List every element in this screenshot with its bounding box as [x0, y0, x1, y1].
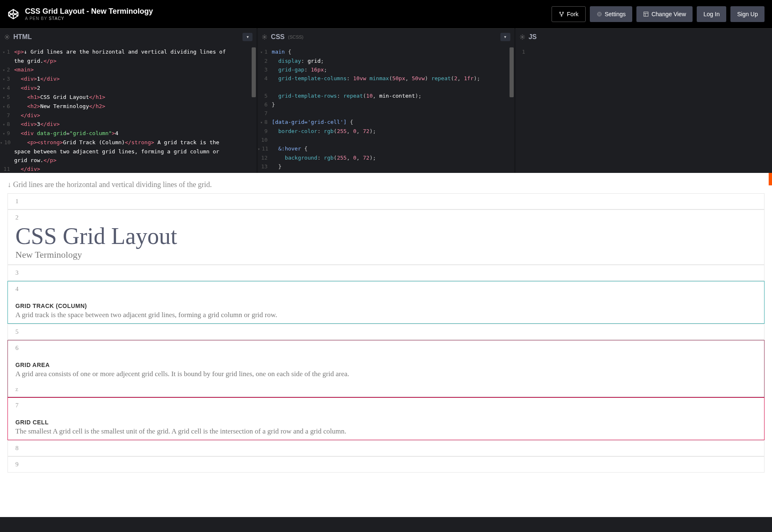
code-content[interactable] — [530, 47, 772, 56]
code-line[interactable]: 13 } — [257, 162, 514, 171]
scrollbar-thumb[interactable] — [510, 47, 514, 97]
code-content[interactable]: } — [272, 162, 514, 171]
code-line[interactable]: ▾6 <h2>New Terminology</h2> — [0, 102, 257, 111]
gutter: ▾6 — [0, 102, 14, 111]
code-content[interactable]: <p>↓ Grid lines are the horizontal and v… — [14, 47, 257, 57]
code-line[interactable]: ▾4 <div>2 — [0, 84, 257, 93]
change-view-button[interactable]: Change View — [636, 6, 693, 22]
code-line[interactable]: 3 grid-gap: 16px; — [257, 65, 514, 74]
code-content[interactable]: <div>2 — [14, 84, 257, 93]
code-content[interactable]: <div>1</div> — [14, 74, 257, 84]
code-line[interactable]: grid row.</p> — [0, 156, 257, 165]
code-content[interactable]: main { — [272, 47, 514, 57]
code-content[interactable]: [data-grid='grid-cell'] { — [272, 118, 514, 127]
grid-cell: 3 — [7, 265, 765, 281]
gutter: 7 — [257, 109, 272, 118]
gutter — [0, 57, 14, 65]
code-content[interactable]: <h1>CSS Grid Layout</h1> — [14, 93, 257, 102]
code-content[interactable]: <div>3</div> — [14, 120, 257, 129]
area-z: z — [15, 386, 757, 393]
gear-icon[interactable] — [4, 34, 10, 40]
js-editor[interactable]: 1 — [515, 45, 772, 173]
code-line[interactable]: 12 background: rgb(255, 0, 72); — [257, 153, 514, 162]
code-content[interactable]: display: grid; — [272, 57, 514, 65]
code-line[interactable]: the grid.</p> — [0, 57, 257, 65]
code-content[interactable]: grid row.</p> — [14, 156, 257, 165]
code-content[interactable]: border-color: rgb(255, 0, 72); — [272, 127, 514, 135]
settings-button[interactable]: Settings — [590, 6, 633, 22]
cell-number: 2 — [15, 214, 757, 221]
code-line[interactable]: ▾1main { — [257, 47, 514, 57]
code-line[interactable]: 7 </div> — [0, 111, 257, 120]
css-pane-menu-button[interactable]: ▾ — [500, 33, 510, 41]
code-content[interactable]: &:hover { — [272, 144, 514, 153]
code-content[interactable]: <main> — [14, 65, 257, 74]
fork-button[interactable]: Fork — [552, 6, 586, 22]
html-pane-header: HTML ▾ — [0, 28, 257, 45]
html-editor[interactable]: ▾1<p>↓ Grid lines are the horizontal and… — [0, 45, 257, 173]
gutter — [257, 83, 272, 91]
code-line[interactable]: 6} — [257, 100, 514, 109]
code-line[interactable]: ▾9 <div data-grid="grid-column">4 — [0, 129, 257, 138]
svg-point-8 — [522, 36, 523, 38]
signup-button[interactable]: Sign Up — [730, 6, 765, 22]
css-editor[interactable]: ▾1main {2 display: grid;3 grid-gap: 16px… — [257, 45, 514, 173]
code-line[interactable]: ▾2<main> — [0, 65, 257, 74]
scrollbar-thumb[interactable] — [252, 47, 256, 97]
html-pane-title: HTML — [13, 33, 32, 41]
gear-icon[interactable] — [262, 34, 267, 40]
code-content[interactable] — [272, 135, 514, 144]
code-content[interactable]: space between two adjacent grid lines, f… — [14, 147, 257, 156]
code-content[interactable]: background: rgb(255, 0, 72); — [272, 153, 514, 162]
code-line[interactable]: ▾8 <div>3</div> — [0, 120, 257, 129]
code-line[interactable]: 1 — [515, 47, 772, 56]
code-line[interactable]: ▾3 <div>1</div> — [0, 74, 257, 84]
gear-icon — [596, 11, 602, 17]
code-content[interactable]: <div data-grid="grid-column">4 — [14, 129, 257, 138]
login-button[interactable]: Log In — [697, 6, 726, 22]
code-content[interactable]: grid-template-rows: repeat(10, min-conte… — [272, 91, 514, 100]
area-label: GRID AREA — [15, 362, 757, 368]
code-content[interactable]: the grid.</p> — [14, 57, 257, 65]
code-line[interactable]: ▾11 &:hover { — [257, 144, 514, 153]
code-line[interactable]: 4 grid-template-columns: 10vw minmax(50p… — [257, 74, 514, 83]
code-line[interactable] — [257, 83, 514, 91]
grid-cell: 5 — [7, 324, 765, 340]
code-line[interactable]: ▾5 <h1>CSS Grid Layout</h1> — [0, 93, 257, 102]
code-line[interactable]: 5 grid-template-rows: repeat(10, min-con… — [257, 91, 514, 100]
code-line[interactable]: ▾10 <p><strong>Grid Track (Column)</stro… — [0, 138, 257, 147]
grid-column-cell: 4 GRID TRACK (COLUMN) A grid track is th… — [7, 281, 765, 324]
code-line[interactable]: 10 — [257, 135, 514, 144]
gutter: ▾8 — [257, 118, 272, 127]
code-content[interactable] — [272, 83, 514, 91]
code-line[interactable]: ▾1<p>↓ Grid lines are the horizontal and… — [0, 47, 257, 57]
code-line[interactable]: 7 — [257, 109, 514, 118]
gutter: 6 — [257, 100, 272, 109]
code-content[interactable]: grid-gap: 16px; — [272, 65, 514, 74]
code-content[interactable] — [272, 109, 514, 118]
css-pane-header: CSS (SCSS) ▾ — [257, 28, 514, 45]
preview-h1: CSS Grid Layout — [15, 223, 757, 249]
code-content[interactable]: <h2>New Terminology</h2> — [14, 102, 257, 111]
code-content[interactable]: </div> — [14, 111, 257, 120]
code-content[interactable]: } — [272, 100, 514, 109]
pen-title[interactable]: CSS Grid Layout - New Terminology — [25, 7, 153, 16]
html-pane-menu-button[interactable]: ▾ — [242, 33, 252, 41]
code-content[interactable]: </div> — [14, 165, 257, 173]
code-content[interactable]: grid-template-columns: 10vw minmax(50px,… — [272, 74, 514, 83]
gear-icon[interactable] — [520, 34, 525, 40]
preview-pane[interactable]: ↓ Grid lines are the horizontal and vert… — [0, 173, 772, 517]
code-line[interactable]: 9 border-color: rgb(255, 0, 72); — [257, 127, 514, 135]
preview-h2: New Terminology — [15, 249, 757, 260]
code-line[interactable]: 2 display: grid; — [257, 57, 514, 65]
code-line[interactable]: space between two adjacent grid lines, f… — [0, 147, 257, 156]
author-link[interactable]: Stacy — [49, 16, 64, 21]
gutter — [0, 147, 14, 156]
editors-row: HTML ▾ ▾1<p>↓ Grid lines are the horizon… — [0, 28, 772, 173]
cell-number: 6 — [15, 345, 757, 352]
code-line[interactable]: ▾8[data-grid='grid-cell'] { — [257, 118, 514, 127]
codepen-logo-icon[interactable] — [7, 8, 19, 20]
code-content[interactable]: <p><strong>Grid Track (Column)</strong> … — [14, 138, 257, 147]
code-line[interactable]: 11 </div> — [0, 165, 257, 173]
track-label: GRID TRACK (COLUMN) — [15, 303, 757, 309]
